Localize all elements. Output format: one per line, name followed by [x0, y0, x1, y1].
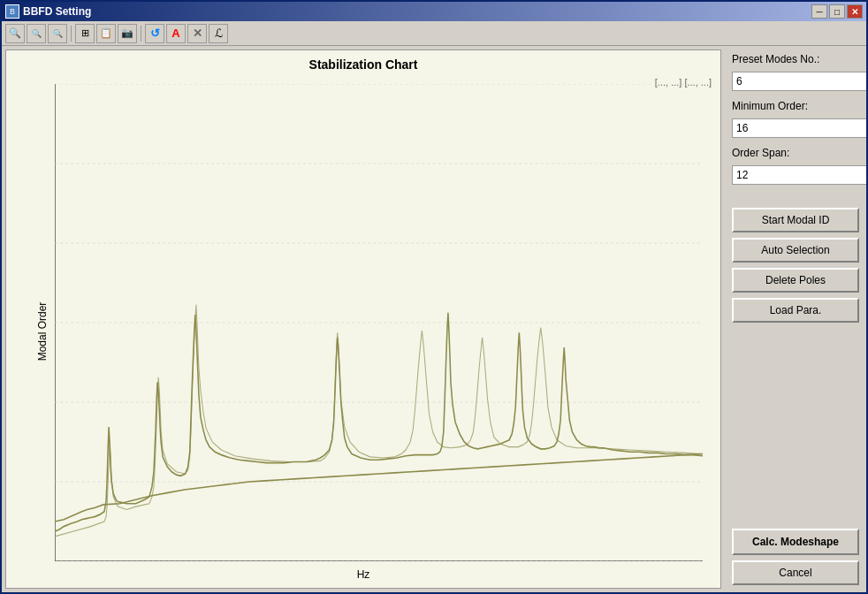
order-span-spinbox: ▲ ▼: [732, 165, 859, 185]
minimize-button[interactable]: ─: [811, 4, 827, 19]
copy-button[interactable]: 📋: [96, 24, 116, 43]
preset-modes-label: Preset Modes No.:: [732, 53, 859, 65]
maximize-button[interactable]: □: [829, 4, 845, 19]
preset-modes-input[interactable]: [732, 72, 866, 91]
min-order-label: Minimum Order:: [732, 100, 859, 112]
chart-area: Stabilization Chart [..., ...] [..., ...…: [5, 50, 721, 589]
rotate-button[interactable]: ↺: [145, 24, 164, 43]
toolbar-separator-1: [71, 26, 72, 42]
chart-ylabel: Modal Order: [36, 302, 49, 362]
start-modal-id-button[interactable]: Start Modal ID: [732, 208, 859, 232]
title-bar: B BBFD Setting ─ □ ✕: [2, 2, 866, 21]
sidebar: Preset Modes No.: ▲ ▼ Minimum Order: ▲ ▼…: [725, 46, 866, 592]
min-order-spinbox: ▲ ▼: [732, 118, 859, 138]
camera-button[interactable]: 📷: [118, 24, 137, 43]
toolbar: 🔍 🔍 🔍 ⊞ 📋 📷 ↺ A ✕ ℒ: [2, 21, 866, 46]
a-button[interactable]: A: [166, 24, 186, 43]
close-button[interactable]: ✕: [847, 4, 863, 19]
stabilization-chart[interactable]: 28 26 24 22 20 18 16 0: [55, 84, 703, 561]
main-window: B BBFD Setting ─ □ ✕ 🔍 🔍 🔍 ⊞ 📋 📷 ↺ A ✕ ℒ…: [0, 0, 868, 594]
x-button[interactable]: ✕: [187, 24, 207, 43]
min-order-input[interactable]: [732, 118, 866, 138]
toolbar-separator-2: [141, 26, 141, 42]
load-para-button[interactable]: Load Para.: [732, 298, 859, 323]
title-buttons: ─ □ ✕: [811, 4, 863, 19]
window-icon: B: [5, 4, 19, 19]
sidebar-spacer: [732, 328, 859, 523]
chart-container: Modal Order 28 26 24: [6, 75, 720, 588]
order-span-label: Order Span:: [732, 147, 859, 159]
zoom-out-button[interactable]: 🔍: [27, 24, 46, 43]
grid-button[interactable]: ⊞: [75, 24, 95, 43]
main-content: Stabilization Chart [..., ...] [..., ...…: [2, 46, 866, 592]
chart-xlabel: Hz: [357, 568, 370, 581]
auto-selection-button[interactable]: Auto Selection: [732, 238, 859, 263]
calc-modeshape-button[interactable]: Calc. Modeshape: [732, 529, 859, 555]
order-span-input[interactable]: [732, 165, 866, 185]
l-button[interactable]: ℒ: [209, 24, 228, 43]
title-bar-left: B BBFD Setting: [5, 4, 91, 19]
preset-modes-spinbox: ▲ ▼: [732, 72, 859, 91]
delete-poles-button[interactable]: Delete Poles: [732, 268, 859, 293]
chart-title: Stabilization Chart: [6, 50, 720, 75]
zoom-fit-button[interactable]: 🔍: [48, 24, 67, 43]
cancel-button[interactable]: Cancel: [732, 560, 859, 585]
zoom-in-button[interactable]: 🔍: [5, 24, 25, 43]
window-title: BBFD Setting: [23, 5, 91, 18]
